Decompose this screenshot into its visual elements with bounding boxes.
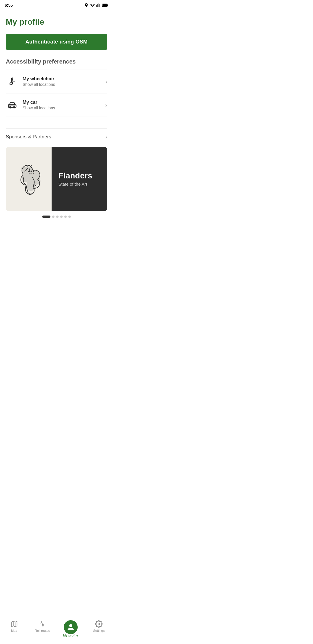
flanders-logo-left — [6, 147, 52, 211]
pagination-dot-5 — [64, 216, 67, 218]
car-preference-text: My car Show all locations — [23, 100, 105, 110]
sponsors-chevron-icon: › — [105, 133, 107, 140]
wheelchair-preference-title: My wheelchair — [23, 76, 105, 82]
svg-rect-1 — [108, 5, 108, 6]
status-time: 6:55 — [5, 3, 13, 8]
svg-rect-2 — [102, 4, 107, 6]
car-chevron-icon: › — [105, 102, 107, 108]
battery-icon — [102, 3, 108, 7]
wheelchair-preference-subtitle: Show all locations — [23, 82, 105, 87]
wifi-icon — [90, 3, 95, 8]
svg-point-8 — [28, 171, 29, 172]
pagination-dot-4 — [60, 216, 63, 218]
sponsors-header[interactable]: Sponsors & Partners › — [6, 129, 107, 145]
status-bar: 6:55 — [0, 0, 113, 10]
car-preference-item[interactable]: My car Show all locations › — [6, 93, 107, 117]
pagination-dots — [6, 216, 107, 218]
wheelchair-preference-item[interactable]: My wheelchair Show all locations › — [6, 70, 107, 93]
car-preference-subtitle: Show all locations — [23, 106, 105, 110]
flanders-sponsor-info: Flanders State of the Art — [52, 147, 108, 211]
wheelchair-preference-text: My wheelchair Show all locations — [23, 76, 105, 87]
accessibility-section-title: Accessibility preferences — [6, 58, 107, 65]
main-content: My profile Authenticate using OSM Access… — [0, 10, 113, 229]
svg-point-3 — [12, 78, 13, 79]
preferences-list: My wheelchair Show all locations › — [6, 70, 107, 117]
sponsors-section: Sponsors & Partners › — [6, 129, 107, 218]
pagination-dot-3 — [56, 216, 59, 218]
flanders-lion-icon — [16, 163, 42, 195]
status-icons — [84, 3, 108, 8]
signal-icon — [96, 3, 101, 8]
pagination-dot-2 — [52, 216, 54, 218]
accessibility-section: Accessibility preferences My wheelchair — [6, 58, 107, 117]
authenticate-osm-button[interactable]: Authenticate using OSM — [6, 34, 107, 50]
car-preference-title: My car — [23, 100, 105, 105]
sponsor-tagline: State of the Art — [59, 182, 87, 187]
svg-point-9 — [31, 171, 32, 172]
pagination-dot-6 — [68, 216, 71, 218]
sponsors-title: Sponsors & Partners — [6, 134, 51, 140]
wheelchair-chevron-icon: › — [105, 78, 107, 85]
car-icon — [6, 99, 19, 111]
wheelchair-icon — [6, 75, 19, 88]
page-title: My profile — [6, 17, 107, 27]
pagination-dot-1 — [42, 216, 50, 218]
sponsor-name: Flanders — [59, 171, 92, 180]
location-icon — [84, 3, 89, 8]
flanders-sponsor-card: Flanders State of the Art — [6, 147, 107, 211]
